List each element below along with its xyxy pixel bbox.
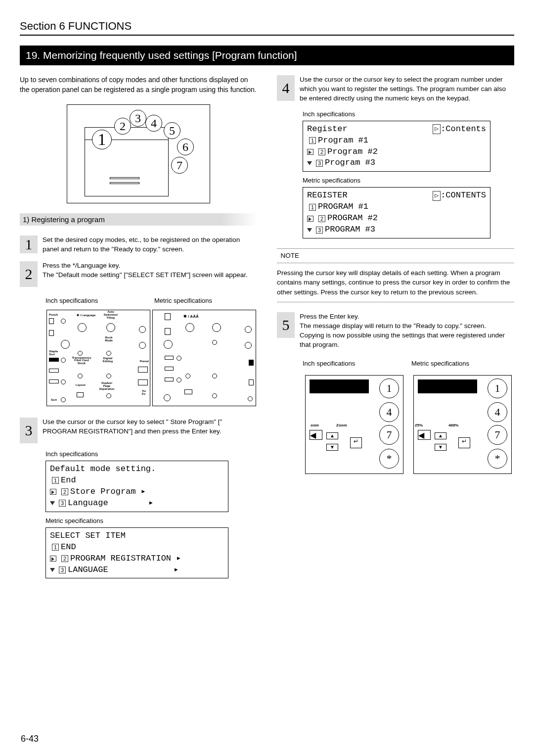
lcd-screen-metric: SELECT SET ITEM 1 END 2 PROGRAM REGISTRA… bbox=[45, 527, 228, 579]
inch-spec-label: Inch specifications bbox=[303, 360, 401, 367]
intro-text: Up to seven combinations of copy modes a… bbox=[20, 75, 257, 94]
step-text: Set the desired copy modes, etc., to be … bbox=[43, 236, 257, 254]
step-text: Press the Enter key. The message display… bbox=[300, 312, 514, 350]
cursor-right-icon bbox=[307, 149, 313, 155]
right-column: 4 Use the cursor or the cursor key to se… bbox=[277, 75, 514, 583]
play-icon: ▷ bbox=[433, 124, 441, 134]
note-label: NOTE bbox=[277, 248, 514, 263]
cursor-right-icon bbox=[50, 489, 56, 495]
key-4: 4 bbox=[379, 402, 399, 422]
control-panel-inch: Punch ✱ / Language Auto Selection/ Filin… bbox=[46, 310, 150, 406]
page-title: 19. Memorizing frequently used settings … bbox=[20, 46, 514, 65]
inch-spec-label: Inch specifications bbox=[45, 450, 257, 458]
bubble-4: 4 bbox=[145, 115, 162, 132]
bubble-7: 7 bbox=[171, 157, 188, 174]
bubble-1: 1 bbox=[92, 130, 112, 149]
key-1: 1 bbox=[488, 378, 507, 398]
step-4: 4 Use the cursor or the cursor key to se… bbox=[277, 75, 514, 103]
metric-spec-label: Metric specifications bbox=[154, 297, 212, 304]
metric-spec-label: Metric specifications bbox=[411, 360, 469, 367]
key-asterisk: * bbox=[379, 449, 399, 469]
lcd-screen-inch: Default mode setting. 1 End 2 Store Prog… bbox=[45, 461, 228, 512]
step-text: Use the cursor or the cursor key to sele… bbox=[43, 418, 257, 443]
cursor-right-icon bbox=[307, 216, 313, 222]
subheading-registering: 1) Registering a program bbox=[20, 213, 257, 226]
enter-key-icon: ↵ bbox=[350, 437, 362, 448]
step-number: 3 bbox=[25, 422, 33, 439]
metric-spec-label: Metric specifications bbox=[303, 177, 514, 184]
keypad-metric: 25% 400% ◀ ▲ ▼ ↵ 1 4 7 * bbox=[413, 375, 512, 474]
step-text: Press the */Language key. The "Default m… bbox=[43, 261, 257, 287]
cursor-down-icon bbox=[50, 568, 55, 572]
inch-spec-label: Inch specifications bbox=[303, 110, 514, 118]
key-7: 7 bbox=[488, 425, 507, 445]
step-number: 5 bbox=[282, 317, 290, 333]
key-4: 4 bbox=[488, 402, 507, 422]
play-icon: ▷ bbox=[433, 191, 441, 201]
step-1: 1 Set the desired copy modes, etc., to b… bbox=[20, 236, 257, 254]
copier-illustration: 1 2 3 4 5 6 7 bbox=[67, 104, 210, 203]
bubble-5: 5 bbox=[164, 122, 180, 139]
key-1: 1 bbox=[379, 378, 399, 398]
step-3: 3 Use the cursor or the cursor key to se… bbox=[20, 418, 257, 443]
step-5: 5 Press the Enter key. The message displ… bbox=[277, 312, 514, 350]
keypad-inch: oom Zoom ◀ ▲ ▼ ↵ 1 4 7 * bbox=[305, 375, 403, 474]
step-2: 2 Press the */Language key. The "Default… bbox=[20, 261, 257, 287]
bubble-3: 3 bbox=[130, 110, 146, 127]
key-7: 7 bbox=[379, 425, 399, 445]
control-panel-metric: ✱ / AÄÅ bbox=[152, 310, 256, 406]
step-number: 4 bbox=[282, 80, 290, 96]
step-number: 2 bbox=[25, 266, 33, 283]
cursor-down-icon bbox=[307, 161, 312, 165]
key-asterisk: * bbox=[488, 449, 507, 469]
step-number: 1 bbox=[25, 236, 33, 253]
note-block: NOTE Pressing the cursor key will displa… bbox=[277, 248, 514, 302]
lcd-screen-register-metric: REGISTER▷:CONTENTS 1 PROGRAM #1 2 PROGRA… bbox=[303, 187, 490, 238]
step-text: Use the cursor or the cursor key to sele… bbox=[300, 75, 514, 103]
metric-spec-label: Metric specifications bbox=[45, 517, 257, 524]
section-header: Section 6 FUNCTIONS bbox=[20, 20, 514, 36]
page-number: 6-43 bbox=[21, 734, 39, 744]
cursor-down-icon bbox=[50, 501, 55, 505]
bubble-6: 6 bbox=[177, 139, 194, 155]
enter-key-icon: ↵ bbox=[458, 437, 470, 448]
lcd-screen-register-inch: Register▷:Contents 1 Program #1 2 Progra… bbox=[303, 121, 490, 172]
bubble-2: 2 bbox=[114, 118, 131, 135]
cursor-right-icon bbox=[50, 556, 56, 562]
cursor-down-icon bbox=[307, 228, 312, 232]
left-column: Up to seven combinations of copy modes a… bbox=[20, 75, 257, 583]
note-body: Pressing the cursor key will display det… bbox=[277, 268, 514, 303]
inch-spec-label: Inch specifications bbox=[45, 297, 144, 304]
